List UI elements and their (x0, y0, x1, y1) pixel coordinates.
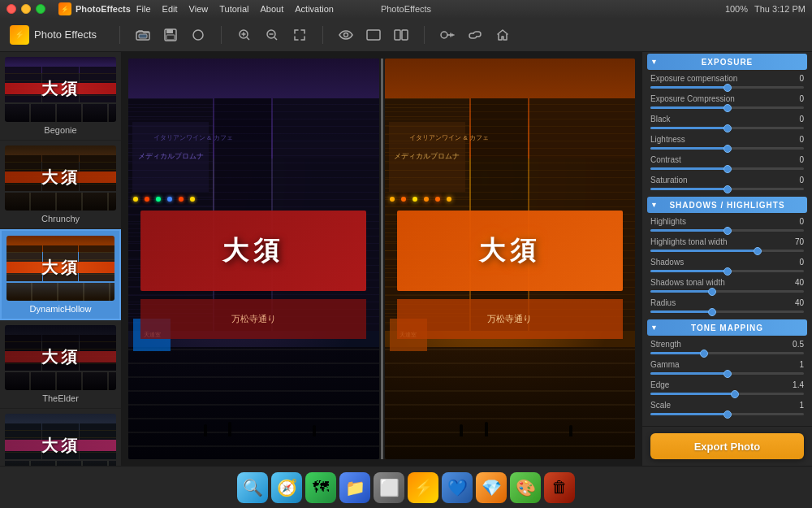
shadows-tonal-row: Shadows tonal width 40 (642, 276, 812, 289)
shadows-label: Shadows (650, 258, 781, 267)
rect-button[interactable] (361, 24, 387, 46)
split-view-button[interactable] (388, 24, 414, 46)
chrunchy-thumbnail: 大須 (5, 145, 116, 211)
sidebar-item-dynamichollow[interactable]: 大須 DynamicHollow (0, 229, 121, 320)
menu-about[interactable]: About (254, 4, 289, 14)
dock-colorsnapper[interactable]: 🎨 (510, 472, 541, 503)
strength-label: Strength (650, 340, 781, 349)
highlights-value: 0 (784, 217, 804, 226)
dock-vscode[interactable]: 💙 (442, 472, 473, 503)
contrast-slider[interactable] (642, 167, 812, 173)
effects-sidebar: 大須 Begonie 大須 (0, 52, 122, 466)
scale-slider[interactable] (642, 412, 812, 419)
strength-slider[interactable] (642, 351, 812, 358)
exposure-compression-value: 0 (784, 94, 804, 103)
open-image-button[interactable] (130, 24, 156, 46)
shadows-tonal-value: 40 (784, 278, 804, 287)
black-label: Black (650, 115, 781, 124)
dock-maps[interactable]: 🗺 (305, 472, 336, 503)
shadows-slider[interactable] (642, 269, 812, 276)
edge-slider[interactable] (642, 392, 812, 398)
panel-spacer (642, 420, 812, 426)
toolbar-extra-group (434, 24, 516, 46)
dock-item-10[interactable]: 🗑 (544, 472, 575, 503)
app-logo-icon: ⚡ (58, 2, 71, 15)
exposure-section: ▼ EXPOSURE Exposure compensation 0 Expos… (642, 52, 812, 193)
dock-sketch[interactable]: 💎 (476, 472, 507, 503)
svg-rect-14 (367, 30, 380, 40)
shadows-collapse-arrow: ▼ (650, 201, 658, 209)
export-photo-button[interactable]: Export Photo (650, 433, 804, 459)
home-button[interactable] (490, 24, 516, 46)
compare-divider (381, 59, 383, 459)
exposure-compensation-value: 0 (784, 74, 804, 83)
key-button[interactable] (434, 24, 460, 46)
highlights-tonal-row: Highlights tonal width 70 (642, 235, 812, 249)
minimize-button[interactable] (21, 4, 31, 14)
circle-tool-button[interactable] (185, 24, 211, 46)
save-button[interactable] (158, 24, 184, 46)
highlights-slider[interactable] (642, 228, 812, 235)
exposure-compensation-slider[interactable] (642, 85, 812, 92)
svg-point-13 (344, 33, 348, 37)
gamma-slider[interactable] (642, 371, 812, 378)
exposure-compression-slider[interactable] (642, 106, 812, 112)
radius-row: Radius 40 (642, 296, 812, 310)
radius-slider[interactable] (642, 310, 812, 316)
dock-item-5[interactable]: ⬜ (374, 472, 404, 503)
dock: 🔍 🧭 🗺 📁 ⬜ ⚡ 💙 💎 🎨 🗑 (0, 466, 812, 508)
svg-rect-15 (395, 30, 400, 40)
dock-safari[interactable]: 🧭 (271, 472, 302, 503)
toolbar-file-group (130, 24, 211, 46)
menu-view[interactable]: View (184, 4, 214, 14)
close-button[interactable] (6, 4, 16, 14)
tone-mapping-header[interactable]: ▼ TONE MAPPING (642, 318, 812, 337)
dock-files[interactable]: 📁 (339, 472, 370, 503)
eye-button[interactable] (333, 24, 359, 46)
toolbar-zoom-group (231, 24, 313, 46)
zoom-out-button[interactable] (259, 24, 285, 46)
sidebar-item-begonie[interactable]: 大須 Begonie (0, 52, 121, 141)
menu-tutorial[interactable]: Tutorial (214, 4, 254, 14)
shadows-tonal-slider[interactable] (642, 289, 812, 296)
exposure-collapse-arrow: ▼ (650, 58, 658, 66)
menu-edit[interactable]: Edit (157, 4, 184, 14)
zoom-in-button[interactable] (231, 24, 257, 46)
menu-file[interactable]: File (131, 4, 157, 14)
toolbar-brand: ⚡ Photo Effects (10, 25, 97, 45)
tone-mapping-arrow: ▼ (650, 323, 658, 332)
lightness-slider[interactable] (642, 146, 812, 153)
menu-activation[interactable]: Activation (289, 4, 339, 14)
dock-finder[interactable]: 🔍 (237, 472, 268, 503)
sidebar-item-theelder[interactable]: 大須 TheElder (0, 320, 121, 409)
photo-before: メディカルプロムナ イタリアンワイン & カフェ 大須 (128, 59, 379, 459)
exposure-header[interactable]: ▼ EXPOSURE (642, 52, 812, 72)
svg-rect-16 (402, 30, 408, 40)
edge-value: 1.4 (784, 380, 804, 389)
radius-label: Radius (650, 298, 781, 307)
dynamichollow-label: DynamicHollow (6, 304, 114, 314)
black-slider[interactable] (642, 126, 812, 132)
theelder-label: TheElder (5, 393, 116, 403)
dock-photoeffects[interactable]: ⚡ (408, 472, 438, 503)
radius-value: 40 (784, 298, 804, 307)
clock: Thu 3:12 PM (754, 4, 806, 14)
strength-row: Strength 0.5 (642, 337, 812, 351)
dynamichollow-thumbnail: 大須 (6, 236, 114, 301)
gamma-value: 1 (784, 360, 804, 369)
highlights-tonal-slider[interactable] (642, 249, 812, 255)
app-toolbar: ⚡ Photo Effects (0, 18, 812, 52)
brand-name: Photo Effects (34, 28, 97, 41)
shadows-header[interactable]: ▼ SHADOWS / HIGHLIGHTS (642, 195, 812, 215)
link-button[interactable] (462, 24, 488, 46)
sidebar-item-vacuous[interactable]: 大須 Vacuous (0, 409, 121, 466)
saturation-slider[interactable] (642, 187, 812, 193)
sidebar-item-chrunchy[interactable]: 大須 Chrunchy (0, 141, 121, 229)
traffic-lights (6, 4, 45, 14)
chrunchy-label: Chrunchy (5, 214, 116, 224)
saturation-value: 0 (784, 176, 804, 185)
svg-point-17 (441, 32, 447, 38)
fullscreen-button[interactable] (36, 4, 45, 14)
brand-icon: ⚡ (10, 25, 29, 45)
fit-button[interactable] (287, 24, 313, 46)
